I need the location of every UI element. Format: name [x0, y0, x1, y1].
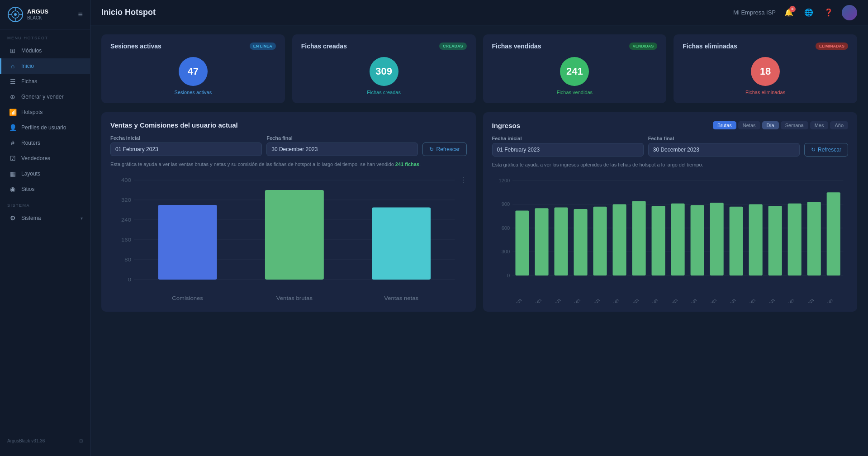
stat-card-header-2: Fichas vendidas Vendidas — [492, 43, 658, 50]
sidebar-item-fichas[interactable]: ☰Fichas — [0, 74, 90, 89]
svg-text:Ventas netas: Ventas netas — [384, 295, 418, 300]
svg-rect-67 — [826, 192, 840, 276]
svg-text:24/02/2023: 24/02/2023 — [603, 298, 620, 302]
sidebar-item-perfiles[interactable]: 👤Perfiles de usuario — [0, 120, 90, 135]
svg-text:27/06/2023: 27/06/2023 — [817, 298, 834, 302]
ventas-refresh-button[interactable]: ↻ Refrescar — [422, 142, 466, 156]
sidebar-item-routers[interactable]: #Routers — [0, 135, 90, 151]
svg-rect-19 — [158, 205, 217, 280]
svg-text:80: 80 — [124, 257, 131, 262]
svg-rect-43 — [593, 206, 607, 275]
ingresos-title: Ingresos — [492, 122, 521, 129]
svg-rect-47 — [632, 201, 645, 276]
svg-text:10/03/2023: 10/03/2023 — [701, 298, 717, 302]
stat-sub-2: Fichas vendidas — [492, 90, 658, 95]
svg-text:240: 240 — [121, 217, 131, 222]
sidebar-item-hotspots[interactable]: 📶Hotspots — [0, 104, 90, 120]
notification-bell[interactable]: 🔔 8 — [782, 6, 796, 19]
ingresos-desc: Esta gráfica te ayuda a ver los ingresos… — [492, 161, 849, 169]
sidebar-item-sistema[interactable]: ⚙ Sistema ▾ — [0, 210, 90, 226]
stat-title-3: Fichas eliminadas — [683, 43, 737, 50]
sidebar-item-generar[interactable]: ⊕Generar y vender — [0, 89, 90, 104]
svg-text:600: 600 — [501, 225, 510, 230]
svg-text:01/06/2023: 01/06/2023 — [798, 298, 815, 302]
svg-rect-57 — [729, 206, 743, 275]
stat-title-1: Fichas creadas — [301, 43, 347, 50]
svg-rect-37 — [535, 208, 548, 276]
sidebar-item-vendedores[interactable]: ☑Vendedores — [0, 151, 90, 166]
stat-card-header-1: Fichas creadas Creadas — [301, 43, 467, 50]
sidebar-item-modulos[interactable]: ⊞Módulos — [0, 43, 90, 58]
svg-rect-45 — [612, 204, 626, 276]
notification-badge: 8 — [789, 6, 796, 12]
svg-rect-59 — [749, 204, 762, 276]
ingresos-fecha-final-group: Fecha final — [648, 136, 800, 157]
topbar-right: Mi Empresa ISP 🔔 8 🌐 ❓ — [733, 5, 857, 20]
stat-card-header-0: Sesiones activas En línea — [110, 43, 276, 50]
filter-btn-brutas[interactable]: Brutas — [713, 121, 736, 129]
perfiles-icon: 👤 — [9, 124, 17, 131]
gear-icon: ⚙ — [9, 214, 17, 222]
svg-text:04/04/2023: 04/04/2023 — [759, 298, 776, 302]
hamburger-menu[interactable]: ≡ — [78, 10, 83, 19]
ingresos-refresh-button[interactable]: ↻ Refrescar — [804, 143, 848, 157]
filter-btn-mes[interactable]: Mes — [810, 121, 829, 129]
refresh-icon: ↻ — [429, 146, 434, 152]
svg-text:900: 900 — [501, 202, 510, 207]
ventas-fecha-inicial-input[interactable] — [110, 142, 262, 156]
ingresos-fecha-inicial-label: Fecha inicial — [492, 136, 644, 141]
info-icon: ⊟ — [79, 438, 83, 443]
version-label: ArgusBlack v31.36 — [7, 438, 45, 443]
ventas-desc: Esta gráfica te ayuda a ver las ventas b… — [110, 161, 467, 168]
svg-text:160: 160 — [121, 237, 131, 242]
svg-rect-39 — [554, 207, 568, 276]
svg-text:0: 0 — [507, 273, 510, 278]
stat-cards: Sesiones activas En línea 47 Sesiones ac… — [101, 34, 857, 103]
sidebar-item-sitios[interactable]: ◉Sitios — [0, 181, 90, 197]
svg-text:Ventas brutas: Ventas brutas — [276, 295, 313, 300]
svg-rect-41 — [574, 209, 587, 276]
ingresos-fecha-final-input[interactable] — [648, 143, 800, 157]
chart-menu-icon[interactable]: ⋮ — [460, 176, 467, 184]
svg-point-2 — [14, 13, 17, 16]
stat-card-2: Fichas vendidas Vendidas 241 Fichas vend… — [483, 34, 667, 103]
svg-rect-21 — [265, 190, 324, 280]
svg-text:22/02/2023: 22/02/2023 — [584, 298, 601, 302]
svg-text:03/02/2023: 03/02/2023 — [526, 298, 542, 302]
stat-card-0: Sesiones activas En línea 47 Sesiones ac… — [101, 34, 285, 103]
filter-btn-día[interactable]: Día — [762, 121, 779, 129]
svg-text:300: 300 — [501, 249, 510, 254]
svg-rect-61 — [768, 206, 782, 276]
hotspots-icon: 📶 — [9, 109, 17, 116]
ingresos-fecha-inicial-input[interactable] — [492, 143, 644, 157]
globe-icon[interactable]: 🌐 — [802, 6, 816, 19]
filter-btn-netas[interactable]: Netas — [738, 121, 760, 129]
stat-circle-0: 47 — [179, 57, 208, 86]
svg-text:1200: 1200 — [498, 178, 510, 183]
menu-hotspot-label: MENU HOTSPOT — [0, 29, 90, 43]
filter-btn-año[interactable]: Año — [830, 121, 848, 129]
chevron-down-icon: ▾ — [81, 216, 83, 221]
stat-card-1: Fichas creadas Creadas 309 Fichas creada… — [292, 34, 476, 103]
generar-icon: ⊕ — [9, 93, 17, 100]
stat-card-header-3: Fichas eliminadas Eliminadas — [683, 43, 848, 50]
svg-rect-55 — [710, 203, 723, 276]
ventas-title: Ventas y Comisiones del usuario actual — [110, 121, 238, 129]
dashboard-content: Sesiones activas En línea 47 Sesiones ac… — [90, 25, 868, 456]
stat-circle-1: 309 — [370, 57, 398, 86]
help-icon[interactable]: ❓ — [822, 6, 835, 19]
svg-text:14/02/2023: 14/02/2023 — [545, 298, 562, 302]
svg-rect-23 — [372, 207, 431, 280]
ventas-header: Ventas y Comisiones del usuario actual — [110, 121, 467, 129]
user-avatar[interactable] — [842, 5, 857, 20]
ventas-fecha-final-input[interactable] — [266, 142, 418, 156]
sidebar-item-layouts[interactable]: ▦Layouts — [0, 166, 90, 181]
svg-text:27/03/2023: 27/03/2023 — [740, 298, 756, 302]
filter-btn-semana[interactable]: Semana — [781, 121, 808, 129]
sidebar-item-inicio[interactable]: ⌂Inicio — [0, 58, 90, 74]
svg-text:16/03/2023: 16/03/2023 — [720, 298, 737, 302]
svg-rect-53 — [690, 205, 704, 276]
svg-rect-63 — [787, 203, 801, 275]
ventas-bar-chart: ⋮ 080160240320400ComisionesVentas brutas… — [110, 176, 467, 302]
vendedores-icon: ☑ — [9, 155, 17, 162]
